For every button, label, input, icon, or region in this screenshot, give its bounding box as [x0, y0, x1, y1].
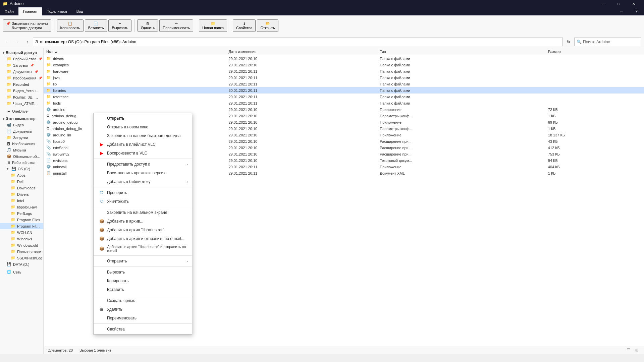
- refresh-button[interactable]: ↻: [564, 38, 573, 46]
- sidebar-item-video[interactable]: 📁 Видео_Установка_р: [0, 87, 43, 94]
- sidebar-item-windows[interactable]: 📁 Windows: [0, 236, 43, 242]
- sidebar-item-network[interactable]: 🌐 Сеть: [0, 269, 43, 275]
- sidebar-item-progfiles86[interactable]: 📁 Program Files (x86: [0, 223, 43, 229]
- ctx-pin-quick-access[interactable]: Закрепить на панели быстрого доступа: [94, 131, 192, 140]
- app-icon: ⚙️: [46, 165, 51, 169]
- rename-btn[interactable]: ✏Переименовать: [159, 19, 193, 32]
- table-row[interactable]: 📁reference 29.01.2021 20:11 Папка с файл…: [44, 94, 644, 100]
- ctx-copy[interactable]: Копировать: [94, 277, 192, 285]
- sidebar-item-downloads2[interactable]: 📁 Downloads: [0, 185, 43, 191]
- properties-btn[interactable]: ℹСвойства: [233, 19, 256, 32]
- cut-btn[interactable]: ✂Вырезать: [108, 19, 131, 32]
- maximize-button[interactable]: □: [611, 0, 626, 7]
- sidebar-item-progfiles[interactable]: 📁 Program Files: [0, 217, 43, 223]
- sidebar-item-music[interactable]: 🎵 Музыка: [0, 147, 43, 153]
- sidebar-item-users[interactable]: 📁 Пользователи: [0, 248, 43, 255]
- sidebar-item-apps[interactable]: 📁 Apps: [0, 172, 43, 178]
- ctx-grant-access[interactable]: Предоставить доступ к ›: [94, 160, 192, 169]
- minimize-button[interactable]: ─: [596, 0, 611, 7]
- sidebar-item-kompas[interactable]: 📁 Компас_3Д_моде: [0, 94, 43, 100]
- tab-view[interactable]: Вид: [72, 7, 88, 15]
- ctx-open[interactable]: Открыть: [94, 114, 192, 123]
- sidebar-item-recorded[interactable]: 📁 Recorded: [0, 81, 43, 87]
- ctx-delete[interactable]: 🗑 Удалить: [94, 305, 192, 314]
- ctx-add-archive[interactable]: 📦 Добавить в архив...: [94, 217, 192, 226]
- ctx-paste[interactable]: Вставить: [94, 285, 192, 294]
- up-button[interactable]: ↑: [23, 38, 32, 46]
- col-type[interactable]: Тип: [377, 48, 545, 55]
- paste-btn[interactable]: 📄Вставить: [85, 19, 107, 32]
- this-pc-header[interactable]: ▾ Этот компьютер: [0, 116, 43, 122]
- sidebar-item-wch[interactable]: 📁 WCH.CN: [0, 229, 43, 236]
- table-row[interactable]: ⚙️arduino 29.01.2021 20:10 Приложение 72…: [44, 106, 644, 113]
- sidebar-item-video-lib[interactable]: 📹 Видео: [0, 122, 43, 128]
- close-button[interactable]: ✕: [626, 0, 641, 7]
- sidebar-item-images-lib[interactable]: 🖼 Изображения: [0, 141, 43, 147]
- sidebar-item-downloads-lib[interactable]: 📁 Загрузки: [0, 134, 43, 141]
- ctx-add-to-library[interactable]: Добавить в библиотеку ›: [94, 177, 192, 186]
- ctx-add-archive-rar-email[interactable]: 📦 Добавить в архив "libraries.rar" и отп…: [94, 243, 192, 254]
- new-folder-btn[interactable]: 📁Новая папка: [199, 19, 227, 32]
- ctx-restore-prev[interactable]: Восстановить прежнюю версию: [94, 169, 192, 177]
- ctx-open-new-window[interactable]: Открыть в новом окне: [94, 123, 192, 131]
- sidebar-item-dell[interactable]: 📁 Dell: [0, 178, 43, 185]
- sidebar-item-perflogs[interactable]: 📁 PerfLogs: [0, 210, 43, 217]
- tab-file[interactable]: Файл: [0, 7, 18, 15]
- col-size[interactable]: Размер: [545, 48, 644, 55]
- tab-share[interactable]: Поделиться: [42, 7, 72, 15]
- ribbon-minimize[interactable]: ─: [614, 7, 629, 15]
- table-row[interactable]: 📁examples 29.01.2021 20:10 Папка с файла…: [44, 62, 644, 68]
- table-row[interactable]: 📁libraries 30.01.2021 20:11 Папка с файл…: [44, 87, 644, 94]
- sidebar-item-drive-d[interactable]: 💾 DATA (D:): [0, 261, 43, 267]
- icons-view-button[interactable]: ⊞: [633, 347, 640, 354]
- sidebar-item-windowsold[interactable]: 📁 Windows.old: [0, 242, 43, 248]
- forward-button[interactable]: →: [13, 38, 21, 46]
- table-row[interactable]: 📁lib 29.01.2021 20:11 Папка с файлами: [44, 81, 644, 87]
- sidebar-item-docs-lib[interactable]: 📄 Документы: [0, 128, 43, 134]
- ctx-add-archive-rar[interactable]: 📦 Добавить в архив "libraries.rar": [94, 226, 192, 234]
- table-row[interactable]: 📁tools 29.01.2021 20:11 Папка с файлами: [44, 100, 644, 106]
- ctx-create-shortcut[interactable]: Создать ярлык: [94, 296, 192, 305]
- ctx-add-archive-email[interactable]: 📦 Добавить в архив и отправить по e-mail…: [94, 234, 192, 243]
- sidebar-item-clock[interactable]: 📁 Часы_ATMEGA328_: [0, 100, 43, 107]
- this-pc-label: Этот компьютер: [6, 117, 36, 121]
- table-row[interactable]: 📁java 29.01.2021 20:11 Папка с файлами: [44, 74, 644, 81]
- sidebar-item-documents[interactable]: 📁 Документы 📌: [0, 68, 43, 75]
- sidebar-item-drivers[interactable]: 📁 Drivers: [0, 191, 43, 197]
- ctx-add-vlc-playlist[interactable]: ▶ Добавить в плейлист VLC: [94, 140, 192, 149]
- sidebar-item-drive-c[interactable]: ▾ 💾 OS (C:): [0, 166, 43, 172]
- ctx-send-to[interactable]: Отправить ›: [94, 257, 192, 265]
- table-row[interactable]: 📁drivers 29.01.2021 20:10 Папка с файлам…: [44, 55, 644, 62]
- ctx-check[interactable]: 🛡 Проверить: [94, 188, 192, 197]
- sidebar-item-intel[interactable]: 📁 Intel: [0, 197, 43, 204]
- search-input[interactable]: [583, 40, 633, 44]
- sidebar-item-downloads[interactable]: 📁 Загрузки 📌: [0, 62, 43, 68]
- sidebar-item-desktop2[interactable]: 🖥 Рабочий стол: [0, 160, 43, 166]
- sidebar-item-desktop[interactable]: 📁 Рабочий стол 📌: [0, 56, 43, 62]
- sidebar-item-libpololu[interactable]: 📁 libpololu-avr: [0, 204, 43, 210]
- ctx-rename[interactable]: Переименовать: [94, 314, 192, 322]
- delete-btn[interactable]: 🗑Удалить: [137, 19, 158, 32]
- ctx-destroy[interactable]: 🛡 Уничтожить: [94, 197, 192, 206]
- sidebar-item-ssdxflash[interactable]: 📁 SSDXFlashLog: [0, 255, 43, 261]
- ctx-cut[interactable]: Вырезать: [94, 268, 192, 277]
- ribbon-help[interactable]: ?: [629, 7, 644, 15]
- sidebar-item-images[interactable]: 📁 Изображения 📌: [0, 75, 43, 81]
- open-btn[interactable]: 📂Открыть: [257, 19, 278, 32]
- table-row[interactable]: 📁hardware 29.01.2021 20:11 Папка с файла…: [44, 68, 644, 74]
- ctx-play-vlc[interactable]: ▶ Воспроизвести в VLC: [94, 149, 192, 158]
- col-name[interactable]: Имя ▲: [44, 48, 226, 55]
- ctx-properties[interactable]: Свойства: [94, 325, 192, 334]
- ctx-pin-start[interactable]: Закрепить на начальном экране: [94, 208, 192, 217]
- tab-home[interactable]: Главная: [18, 7, 42, 15]
- breadcrumb[interactable]: Этот компьютер › OS (C:) › Program Files…: [33, 38, 563, 46]
- dll-icon: 📎: [46, 152, 51, 156]
- copy-btn[interactable]: 📋Копировать: [57, 19, 84, 32]
- pin-btn[interactable]: 📌 Закрепить на панелибыстрого доступа: [3, 19, 51, 32]
- col-date[interactable]: Дата изменения: [226, 48, 377, 55]
- back-button[interactable]: ←: [3, 38, 11, 46]
- sidebar-item-onedrive[interactable]: ☁ OneDrive: [0, 108, 43, 114]
- sidebar-item-3d[interactable]: 📦 Объемные объект: [0, 153, 43, 160]
- details-view-button[interactable]: ☰: [625, 347, 632, 354]
- quick-access-header[interactable]: ▾ Быстрый доступ: [0, 50, 43, 56]
